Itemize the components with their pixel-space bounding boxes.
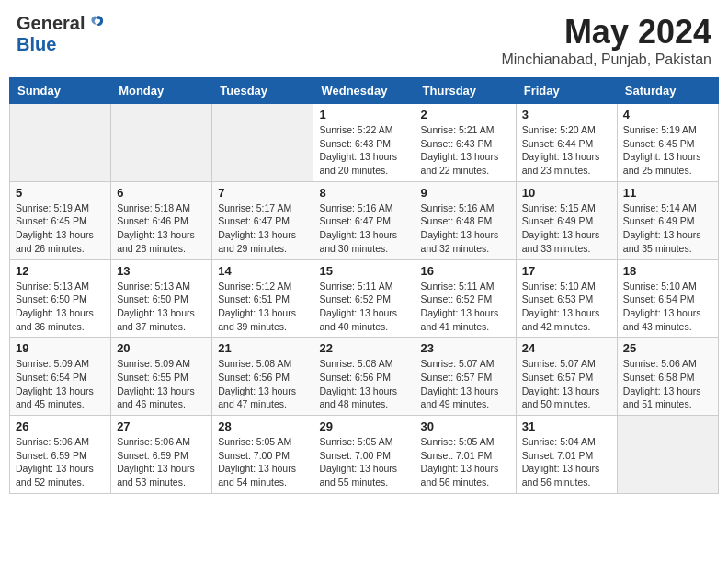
sunrise-text: Sunrise: 5:19 AM [623, 124, 697, 135]
sunset-text: Sunset: 6:47 PM [319, 215, 391, 226]
calendar-cell: 26Sunrise: 5:06 AMSunset: 6:59 PMDayligh… [10, 416, 111, 494]
daylight-text: and 25 minutes. [623, 165, 692, 176]
daylight-text: and 43 minutes. [623, 321, 692, 332]
day-number: 10 [522, 186, 611, 200]
sunrise-text: Sunrise: 5:06 AM [623, 358, 697, 369]
sunset-text: Sunset: 6:47 PM [218, 215, 290, 226]
calendar-cell: 3Sunrise: 5:20 AMSunset: 6:44 PMDaylight… [516, 104, 617, 182]
weekday-header-monday: Monday [111, 78, 212, 104]
day-info: Sunrise: 5:10 AMSunset: 6:54 PMDaylight:… [623, 280, 712, 334]
sunset-text: Sunset: 6:54 PM [623, 293, 695, 304]
sunset-text: Sunset: 6:52 PM [421, 293, 493, 304]
weekday-header-friday: Friday [516, 78, 617, 104]
day-info: Sunrise: 5:11 AMSunset: 6:52 PMDaylight:… [421, 280, 510, 334]
sunrise-text: Sunrise: 5:11 AM [421, 281, 495, 292]
day-number: 19 [16, 341, 105, 355]
calendar-cell [617, 416, 718, 494]
daylight-text: Daylight: 13 hours [623, 385, 701, 396]
sunset-text: Sunset: 6:57 PM [522, 372, 594, 383]
day-info: Sunrise: 5:13 AMSunset: 6:50 PMDaylight:… [117, 280, 206, 334]
day-number: 17 [522, 264, 611, 278]
day-info: Sunrise: 5:06 AMSunset: 6:59 PMDaylight:… [117, 435, 206, 489]
day-info: Sunrise: 5:05 AMSunset: 7:00 PMDaylight:… [218, 435, 307, 489]
sunrise-text: Sunrise: 5:21 AM [421, 124, 495, 135]
sunset-text: Sunset: 6:48 PM [421, 215, 493, 226]
calendar-cell: 24Sunrise: 5:07 AMSunset: 6:57 PMDayligh… [516, 338, 617, 416]
weekday-header-thursday: Thursday [415, 78, 516, 104]
weekday-header-sunday: Sunday [10, 78, 111, 104]
day-number: 26 [16, 419, 105, 433]
daylight-text: Daylight: 13 hours [117, 385, 195, 396]
calendar-cell: 18Sunrise: 5:10 AMSunset: 6:54 PMDayligh… [617, 259, 718, 338]
daylight-text: and 20 minutes. [319, 165, 388, 176]
daylight-text: and 51 minutes. [623, 398, 692, 409]
sunrise-text: Sunrise: 5:06 AM [117, 436, 190, 447]
daylight-text: and 23 minutes. [522, 165, 591, 176]
logo: General Blue [17, 13, 107, 55]
daylight-text: Daylight: 13 hours [421, 385, 499, 396]
day-info: Sunrise: 5:18 AMSunset: 6:46 PMDaylight:… [117, 201, 206, 256]
day-info: Sunrise: 5:07 AMSunset: 6:57 PMDaylight:… [421, 357, 510, 411]
day-number: 4 [623, 108, 712, 121]
week-row-5: 26Sunrise: 5:06 AMSunset: 6:59 PMDayligh… [10, 416, 719, 494]
sunrise-text: Sunrise: 5:09 AM [117, 358, 190, 369]
day-info: Sunrise: 5:04 AMSunset: 7:01 PMDaylight:… [522, 435, 611, 489]
daylight-text: Daylight: 13 hours [319, 307, 397, 318]
day-info: Sunrise: 5:09 AMSunset: 6:55 PMDaylight:… [117, 357, 206, 411]
day-number: 15 [319, 264, 408, 278]
month-title: May 2024 [501, 13, 711, 52]
daylight-text: Daylight: 13 hours [16, 385, 94, 396]
daylight-text: Daylight: 13 hours [522, 385, 600, 396]
day-info: Sunrise: 5:21 AMSunset: 6:43 PMDaylight:… [421, 123, 510, 178]
day-number: 14 [218, 264, 307, 278]
day-number: 18 [623, 264, 712, 278]
day-number: 7 [218, 186, 307, 200]
daylight-text: and 30 minutes. [319, 243, 388, 254]
calendar-cell: 1Sunrise: 5:22 AMSunset: 6:43 PMDaylight… [313, 104, 415, 182]
sunrise-text: Sunrise: 5:07 AM [522, 358, 596, 369]
sunset-text: Sunset: 6:50 PM [16, 293, 87, 304]
daylight-text: and 36 minutes. [16, 321, 85, 332]
daylight-text: Daylight: 13 hours [421, 463, 499, 474]
day-info: Sunrise: 5:16 AMSunset: 6:48 PMDaylight:… [421, 201, 510, 256]
calendar-cell: 13Sunrise: 5:13 AMSunset: 6:50 PMDayligh… [111, 259, 212, 338]
daylight-text: Daylight: 13 hours [16, 229, 94, 240]
calendar-cell: 16Sunrise: 5:11 AMSunset: 6:52 PMDayligh… [415, 259, 516, 338]
daylight-text: Daylight: 13 hours [16, 463, 94, 474]
daylight-text: Daylight: 13 hours [218, 385, 296, 396]
sunrise-text: Sunrise: 5:17 AM [218, 202, 291, 213]
daylight-text: Daylight: 13 hours [319, 151, 397, 162]
day-info: Sunrise: 5:05 AMSunset: 7:00 PMDaylight:… [319, 435, 408, 489]
sunrise-text: Sunrise: 5:08 AM [218, 358, 291, 369]
daylight-text: and 22 minutes. [421, 165, 490, 176]
sunset-text: Sunset: 6:56 PM [319, 372, 391, 383]
calendar-cell: 27Sunrise: 5:06 AMSunset: 6:59 PMDayligh… [111, 416, 212, 494]
calendar-cell: 8Sunrise: 5:16 AMSunset: 6:47 PMDaylight… [313, 181, 415, 259]
sunrise-text: Sunrise: 5:22 AM [319, 124, 392, 135]
sunrise-text: Sunrise: 5:14 AM [623, 202, 697, 213]
day-info: Sunrise: 5:05 AMSunset: 7:01 PMDaylight:… [421, 435, 510, 489]
sunset-text: Sunset: 7:00 PM [218, 450, 290, 461]
daylight-text: Daylight: 13 hours [522, 229, 600, 240]
sunset-text: Sunset: 6:54 PM [16, 372, 87, 383]
calendar-cell: 28Sunrise: 5:05 AMSunset: 7:00 PMDayligh… [212, 416, 313, 494]
day-info: Sunrise: 5:19 AMSunset: 6:45 PMDaylight:… [623, 123, 712, 178]
day-number: 3 [522, 108, 611, 121]
daylight-text: and 52 minutes. [16, 477, 85, 488]
sunrise-text: Sunrise: 5:05 AM [218, 436, 291, 447]
daylight-text: Daylight: 13 hours [117, 463, 195, 474]
sunset-text: Sunset: 6:55 PM [117, 372, 188, 383]
calendar-cell: 31Sunrise: 5:04 AMSunset: 7:01 PMDayligh… [516, 416, 617, 494]
daylight-text: Daylight: 13 hours [218, 229, 296, 240]
calendar-cell: 22Sunrise: 5:08 AMSunset: 6:56 PMDayligh… [313, 338, 415, 416]
day-number: 25 [623, 341, 712, 355]
daylight-text: Daylight: 13 hours [522, 307, 600, 318]
daylight-text: Daylight: 13 hours [522, 151, 600, 162]
sunrise-text: Sunrise: 5:13 AM [117, 281, 190, 292]
sunrise-text: Sunrise: 5:11 AM [319, 281, 392, 292]
sunrise-text: Sunrise: 5:15 AM [522, 202, 596, 213]
daylight-text: and 29 minutes. [218, 243, 287, 254]
day-number: 23 [421, 341, 510, 355]
calendar-cell [212, 104, 313, 182]
calendar-cell: 7Sunrise: 5:17 AMSunset: 6:47 PMDaylight… [212, 181, 313, 259]
